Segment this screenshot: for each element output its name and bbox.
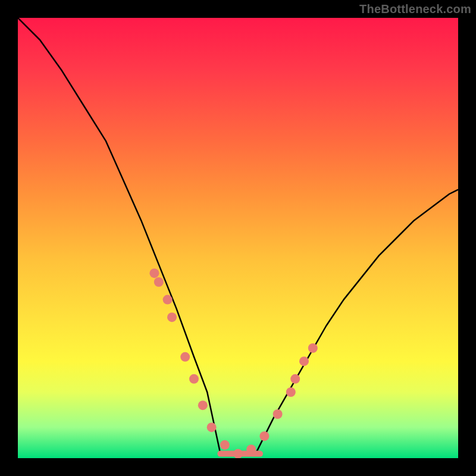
- highlight-point: [207, 422, 217, 432]
- highlight-point: [154, 277, 164, 287]
- highlight-point: [299, 356, 309, 366]
- chart-frame: TheBottleneck.com: [0, 0, 476, 476]
- highlight-point: [167, 312, 177, 322]
- highlight-point: [198, 400, 208, 410]
- highlight-point: [189, 374, 199, 384]
- curve-svg: [18, 18, 458, 458]
- highlight-point: [308, 343, 318, 353]
- attribution-text: TheBottleneck.com: [359, 2, 471, 16]
- highlight-point: [246, 444, 256, 454]
- highlight-point: [290, 374, 300, 384]
- highlight-point: [259, 431, 269, 441]
- highlight-point: [273, 409, 283, 419]
- highlight-point: [220, 440, 230, 450]
- highlight-point: [286, 387, 296, 397]
- bottleneck-curve: [18, 18, 458, 454]
- highlight-point: [163, 295, 173, 305]
- plot-area: [18, 18, 458, 458]
- highlight-point: [180, 352, 190, 362]
- highlight-point: [149, 268, 159, 278]
- highlight-point: [233, 449, 243, 458]
